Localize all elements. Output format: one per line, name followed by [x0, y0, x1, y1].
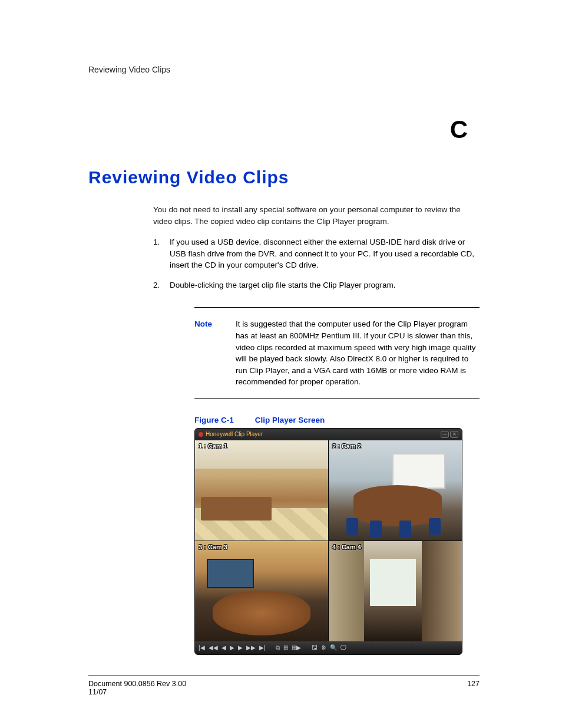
close-icon[interactable]: ✕: [450, 431, 458, 438]
step-forward-icon[interactable]: ▶: [238, 644, 243, 651]
intro-paragraph: You do not need to install any special s…: [153, 204, 480, 227]
list-item: 2. Double-clicking the target clip file …: [153, 279, 480, 291]
figure-caption: Figure C-1Clip Player Screen: [194, 416, 480, 424]
clip-player-window: Honeywell Clip Player — ✕ 1 : Cam 1 2 : …: [194, 428, 462, 655]
camera-view-4[interactable]: 4 : Cam 4: [329, 541, 462, 641]
clip-player-titlebar: Honeywell Clip Player — ✕: [195, 429, 462, 440]
camera-grid: 1 : Cam 1 2 : Cam 2 3 : Cam 3 4 : Cam 4: [195, 440, 462, 641]
page-number: 127: [467, 680, 480, 696]
header-section-title: Reviewing Video Clips: [88, 65, 480, 74]
page-title: Reviewing Video Clips: [88, 167, 480, 187]
zoom-icon[interactable]: 🔍: [330, 644, 337, 651]
list-item: 1. If you used a USB device, disconnect …: [153, 236, 480, 271]
camera-view-2[interactable]: 2 : Cam 2: [329, 440, 462, 541]
fast-forward-icon[interactable]: ▶▶: [246, 644, 256, 651]
note-text: It is suggested that the computer used f…: [236, 318, 477, 387]
note-block: Note It is suggested that the computer u…: [194, 307, 480, 398]
camera-label: 2 : Cam 2: [332, 443, 361, 450]
steps-list: 1. If you used a USB device, disconnect …: [153, 236, 480, 291]
appendix-letter: C: [88, 116, 480, 144]
document-id: Document 900.0856 Rev 3.00: [88, 680, 467, 688]
figure-label: Figure C-1: [194, 416, 234, 424]
playback-controls: |◀ ◀◀ ◀ ▶ ▶ ▶▶ ▶| ⧉ ⊞ ⊞▶ 🖫 ⚙ 🔍 🖵: [195, 641, 462, 654]
skip-end-icon[interactable]: ▶|: [259, 644, 266, 651]
minimize-icon[interactable]: —: [441, 431, 449, 438]
list-number: 1.: [153, 236, 170, 271]
layout-grid-icon[interactable]: ⊞: [283, 644, 288, 651]
camera-label: 1 : Cam 1: [199, 443, 227, 450]
list-text: Double-clicking the target clip file sta…: [170, 279, 480, 291]
camera-view-1[interactable]: 1 : Cam 1: [195, 440, 328, 541]
app-icon: [199, 432, 203, 437]
page-footer: Document 900.0856 Rev 3.00 11/07 127: [88, 676, 480, 696]
camera-view-3[interactable]: 3 : Cam 3: [195, 541, 328, 641]
document-date: 11/07: [88, 688, 467, 696]
save-icon[interactable]: 🖫: [312, 644, 318, 651]
app-title: Honeywell Clip Player: [206, 431, 263, 437]
camera-label: 4 : Cam 4: [332, 543, 361, 551]
layout-next-icon[interactable]: ⊞▶: [292, 644, 301, 651]
skip-start-icon[interactable]: |◀: [199, 644, 205, 651]
camera-label: 3 : Cam 3: [199, 543, 227, 551]
settings-icon[interactable]: ⚙: [321, 644, 326, 651]
rewind-icon[interactable]: ◀◀: [209, 644, 218, 651]
fullscreen-icon[interactable]: 🖵: [340, 644, 346, 651]
layout-prev-icon[interactable]: ⧉: [276, 644, 280, 651]
figure-title: Clip Player Screen: [255, 416, 325, 424]
list-number: 2.: [153, 279, 170, 291]
play-icon[interactable]: ▶: [230, 644, 234, 651]
step-back-icon[interactable]: ◀: [222, 644, 226, 651]
list-text: If you used a USB device, disconnect eit…: [170, 236, 480, 271]
note-label: Note: [194, 318, 236, 387]
